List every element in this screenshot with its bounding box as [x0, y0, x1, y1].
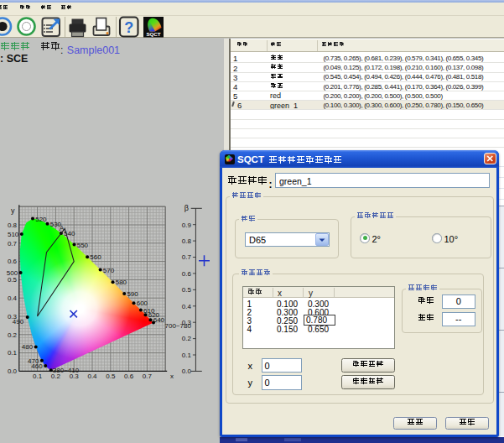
svg-text:550: 550 — [77, 242, 89, 249]
svg-text:560: 560 — [90, 253, 101, 261]
svg-text:0.0: 0.0 — [182, 367, 192, 375]
svg-text:β: β — [184, 204, 189, 212]
svg-text:0.4: 0.4 — [182, 303, 192, 310]
svg-text:0.4: 0.4 — [87, 373, 97, 380]
svg-text:0.3: 0.3 — [182, 319, 192, 326]
svg-text:0.6: 0.6 — [182, 270, 192, 278]
svg-text:0.8: 0.8 — [8, 222, 18, 229]
svg-text:520: 520 — [35, 216, 47, 223]
svg-text:0.6: 0.6 — [124, 373, 134, 380]
svg-text:0.2: 0.2 — [182, 335, 192, 342]
svg-text:0.1: 0.1 — [33, 373, 43, 380]
svg-text:490: 490 — [13, 318, 24, 326]
svg-text:0.8: 0.8 — [182, 237, 192, 245]
svg-text:380~410: 380~410 — [53, 367, 80, 374]
svg-text:x: x — [170, 373, 174, 380]
svg-text:y: y — [11, 206, 15, 215]
svg-text:0.1: 0.1 — [8, 349, 18, 357]
svg-text:0.2: 0.2 — [8, 331, 18, 339]
svg-text:0.4: 0.4 — [8, 294, 18, 302]
svg-text:0.7: 0.7 — [8, 240, 18, 248]
svg-text:500: 500 — [7, 269, 18, 277]
svg-text:A: A — [60, 224, 65, 232]
svg-text:460: 460 — [31, 362, 43, 370]
svg-text:0.5: 0.5 — [8, 276, 18, 284]
svg-text:480: 480 — [22, 343, 34, 351]
svg-text:?: ? — [124, 19, 133, 36]
svg-text:0.7: 0.7 — [182, 253, 192, 261]
svg-text:0.1: 0.1 — [182, 352, 192, 359]
svg-text:0.5: 0.5 — [106, 373, 116, 380]
svg-text:570: 570 — [103, 267, 115, 274]
svg-text:580: 580 — [116, 279, 127, 286]
svg-text:0.7: 0.7 — [143, 373, 153, 380]
svg-text:0.0: 0.0 — [8, 367, 18, 375]
svg-text:0.5: 0.5 — [182, 286, 192, 294]
svg-text:0.9: 0.9 — [182, 222, 192, 229]
svg-text:0.6: 0.6 — [8, 258, 18, 265]
svg-text:510: 510 — [8, 231, 19, 238]
svg-text:590: 590 — [127, 290, 138, 298]
svg-text:SQCT: SQCT — [146, 31, 160, 37]
